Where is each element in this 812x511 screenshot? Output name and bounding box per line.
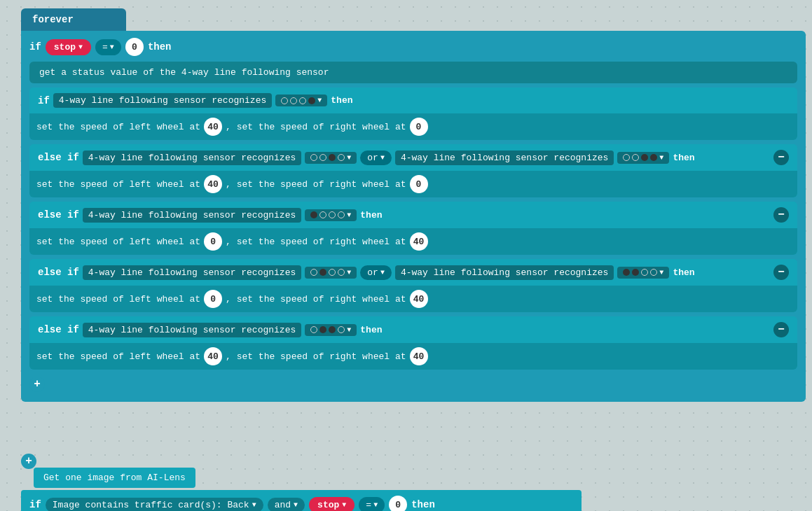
speed-left-2[interactable]: 40	[204, 175, 222, 193]
dots-5[interactable]: ▼	[305, 324, 357, 336]
speed-right-2[interactable]: 0	[410, 175, 428, 193]
add-else-row: +	[29, 374, 797, 395]
else-if-block-2: else if 4-way line following sensor reco…	[29, 144, 797, 197]
forever-header: forever	[21, 8, 126, 31]
else-if-kw-5: else if	[38, 324, 79, 335]
else-if-block-2-body: set the speed of left wheel at 40 , set …	[29, 171, 797, 197]
then-1: then	[331, 95, 352, 106]
final-then-keyword: then	[411, 499, 435, 510]
set-speed-row-2: set the speed of left wheel at 40 , set …	[36, 175, 790, 193]
get-image-block: Get one image from AI-Lens	[34, 468, 195, 488]
else-if-block-3-header: else if 4-way line following sensor reco…	[29, 202, 797, 228]
final-value[interactable]: 0	[389, 496, 407, 511]
sensor-1[interactable]: 4-way line following sensor recognizes	[53, 93, 272, 108]
or-4[interactable]: or ▼	[360, 265, 392, 280]
dots-1[interactable]: ▼	[275, 94, 327, 106]
minus-btn-4[interactable]: −	[773, 265, 789, 280]
dots-2b[interactable]: ▼	[617, 152, 669, 164]
speed-left-3[interactable]: 0	[204, 232, 222, 251]
or-2[interactable]: or ▼	[360, 150, 392, 165]
dot	[281, 97, 288, 104]
dot	[290, 97, 297, 104]
if-block-1-body: set the speed of left wheel at 40 , set …	[29, 113, 797, 140]
if-keyword: if	[29, 41, 41, 52]
dots-2a[interactable]: ▼	[305, 152, 357, 164]
then-4: then	[673, 267, 694, 278]
sensor-2a[interactable]: 4-way line following sensor recognizes	[83, 150, 301, 165]
speed-right-5[interactable]: 40	[410, 347, 428, 365]
add-block-row: +	[21, 454, 36, 469]
minus-btn-5[interactable]: −	[773, 322, 789, 337]
speed-right-1[interactable]: 0	[410, 118, 428, 136]
value-zero[interactable]: 0	[125, 38, 144, 56]
else-if-kw-2: else if	[38, 152, 79, 163]
dots-3[interactable]: ▼	[305, 209, 357, 221]
final-if-row: if Image contains traffic card(s): Back …	[21, 490, 582, 511]
and-btn[interactable]: and ▼	[268, 498, 305, 512]
else-if-block-3-body: set the speed of left wheel at 0 , set t…	[29, 228, 797, 255]
operator-dropdown[interactable]: = ▼	[95, 39, 121, 55]
sensor-2b[interactable]: 4-way line following sensor recognizes	[395, 150, 614, 165]
stop-button[interactable]: stop ▼	[46, 39, 91, 55]
minus-btn-2[interactable]: −	[773, 150, 789, 165]
image-contains-btn[interactable]: Image contains traffic card(s): Back ▼	[46, 498, 263, 512]
set-speed-row-1: set the speed of left wheel at 40 , set …	[36, 118, 790, 136]
speed-left-4[interactable]: 0	[204, 290, 222, 308]
speed-left-5[interactable]: 40	[204, 347, 222, 365]
set-speed-row-3: set the speed of left wheel at 0 , set t…	[36, 232, 790, 251]
status-block: get a status value of the 4-way line fol…	[29, 62, 797, 83]
stop-dropdown-arrow: ▼	[78, 43, 83, 51]
operator-arrow: ▼	[110, 43, 114, 51]
get-image-label: Get one image from AI-Lens	[34, 468, 195, 488]
if-kw-1: if	[38, 95, 50, 106]
else-if-block-5-body: set the speed of left wheel at 40 , set …	[29, 343, 797, 370]
final-if-keyword: if	[29, 499, 41, 510]
else-if-block-5: else if 4-way line following sensor reco…	[29, 316, 797, 370]
dots-4b[interactable]: ▼	[617, 267, 669, 279]
else-if-kw-3: else if	[38, 209, 79, 220]
else-if-block-5-header: else if 4-way line following sensor reco…	[29, 316, 797, 343]
then-keyword: then	[148, 41, 172, 52]
forever-block: forever if stop ▼ = ▼ 0 then get a statu…	[21, 8, 806, 402]
speed-right-3[interactable]: 40	[410, 232, 428, 251]
then-3: then	[360, 210, 382, 220]
minus-btn-3[interactable]: −	[773, 207, 789, 223]
speed-left-1[interactable]: 40	[204, 118, 222, 136]
sensor-4b[interactable]: 4-way line following sensor recognizes	[395, 265, 614, 280]
dot	[308, 97, 315, 104]
else-if-block-4-header: else if 4-way line following sensor reco…	[29, 259, 797, 286]
dots-arrow: ▼	[317, 97, 322, 104]
forever-body: if stop ▼ = ▼ 0 then get a status value …	[21, 31, 806, 402]
else-if-block-4-body: set the speed of left wheel at 0 , set t…	[29, 286, 797, 312]
dots-4a[interactable]: ▼	[305, 267, 357, 279]
then-5: then	[360, 325, 382, 335]
top-if-row: if stop ▼ = ▼ 0 then	[29, 38, 797, 56]
add-block-btn[interactable]: +	[21, 454, 36, 469]
forever-label: forever	[32, 14, 74, 25]
else-if-block-4: else if 4-way line following sensor reco…	[29, 259, 797, 312]
if-block-1: if 4-way line following sensor recognize…	[29, 88, 797, 140]
speed-right-4[interactable]: 40	[410, 290, 428, 308]
sensor-5[interactable]: 4-way line following sensor recognizes	[83, 323, 301, 337]
final-operator[interactable]: = ▼	[359, 497, 385, 512]
then-2: then	[673, 153, 694, 163]
sensor-3[interactable]: 4-way line following sensor recognizes	[83, 208, 301, 223]
else-if-block-3: else if 4-way line following sensor reco…	[29, 202, 797, 255]
else-if-block-2-header: else if 4-way line following sensor reco…	[29, 144, 797, 171]
if-block-1-header: if 4-way line following sensor recognize…	[29, 88, 797, 113]
dot	[299, 97, 306, 104]
set-speed-row-4: set the speed of left wheel at 0 , set t…	[36, 290, 790, 308]
add-else-btn[interactable]: +	[29, 377, 45, 392]
set-speed-row-5: set the speed of left wheel at 40 , set …	[36, 347, 790, 365]
else-if-kw-4: else if	[38, 267, 79, 278]
sensor-4a[interactable]: 4-way line following sensor recognizes	[83, 265, 301, 280]
final-stop-btn[interactable]: stop ▼	[309, 497, 355, 512]
